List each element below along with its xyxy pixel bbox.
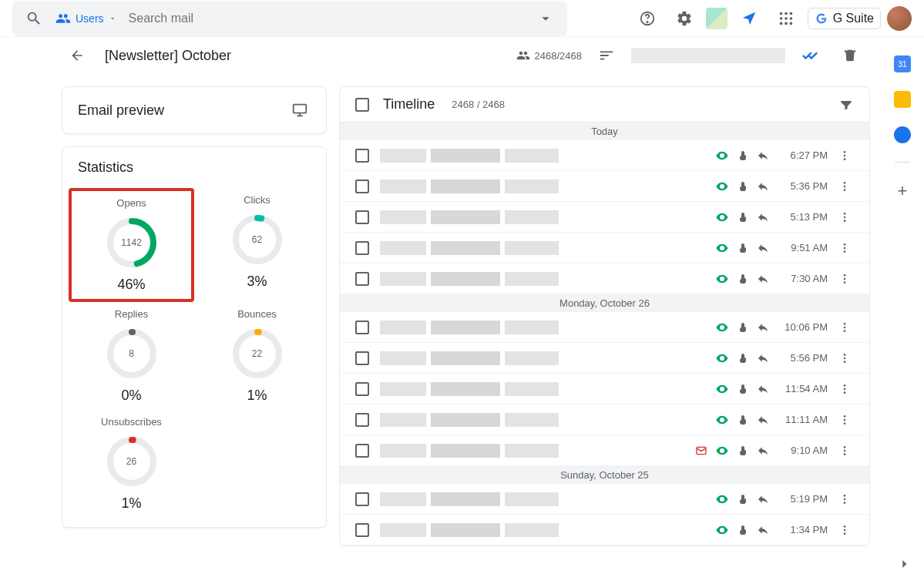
timeline-row[interactable]: 10:06 PM xyxy=(340,312,869,343)
timeline-row[interactable]: 9:10 AM xyxy=(340,435,869,466)
row-more-menu[interactable] xyxy=(838,180,854,193)
timeline-row[interactable]: 1:34 PM xyxy=(340,515,869,545)
row-checkbox[interactable] xyxy=(355,444,369,458)
stat-unsubscribes[interactable]: Unsubscribes261% xyxy=(69,410,194,518)
svg-point-51 xyxy=(844,449,846,451)
stat-percent: 3% xyxy=(247,274,267,290)
row-more-menu[interactable] xyxy=(838,211,854,223)
add-addon-button[interactable]: + xyxy=(898,181,908,201)
monitor-icon[interactable] xyxy=(289,99,311,121)
row-checkbox[interactable] xyxy=(355,272,369,286)
row-checkbox[interactable] xyxy=(355,492,369,506)
row-more-menu[interactable] xyxy=(838,149,854,162)
row-time: 5:13 PM xyxy=(780,211,828,223)
timeline-row[interactable]: 9:51 AM xyxy=(340,233,869,263)
send-app-icon[interactable] xyxy=(734,3,764,34)
svg-point-4 xyxy=(789,12,792,15)
row-more-menu[interactable] xyxy=(838,524,854,536)
settings-icon[interactable] xyxy=(669,3,700,34)
row-more-menu[interactable] xyxy=(838,493,854,505)
collapse-sidepanel-button[interactable] xyxy=(896,556,912,572)
row-checkbox[interactable] xyxy=(355,382,369,396)
help-icon[interactable] xyxy=(632,3,663,34)
svg-point-37 xyxy=(844,323,846,325)
redacted-content xyxy=(380,241,704,255)
click-icon xyxy=(737,273,749,285)
reply-icon xyxy=(757,321,769,334)
row-more-menu[interactable] xyxy=(838,273,854,285)
tasks-app-icon[interactable] xyxy=(894,126,911,143)
timeline-row[interactable]: 11:11 AM xyxy=(340,404,869,435)
app-square-icon[interactable] xyxy=(706,8,727,29)
back-button[interactable] xyxy=(62,40,92,71)
sort-icon[interactable] xyxy=(591,40,622,71)
svg-point-1 xyxy=(647,21,647,22)
row-more-menu[interactable] xyxy=(838,242,854,254)
avatar[interactable] xyxy=(887,6,912,31)
stat-bounces[interactable]: Bounces221% xyxy=(194,302,320,410)
search-options-icon[interactable] xyxy=(530,3,561,34)
row-checkbox[interactable] xyxy=(355,180,369,193)
redacted-content xyxy=(380,321,704,334)
row-more-menu[interactable] xyxy=(838,383,854,395)
svg-point-2 xyxy=(779,12,782,15)
row-time: 1:34 PM xyxy=(780,524,828,535)
search-box: Users xyxy=(12,1,567,36)
svg-point-27 xyxy=(844,189,846,191)
delete-button[interactable] xyxy=(835,40,865,71)
filter-icon[interactable] xyxy=(838,97,854,112)
row-checkbox[interactable] xyxy=(355,413,369,427)
click-icon xyxy=(737,414,749,426)
search-icon[interactable] xyxy=(18,3,49,34)
click-icon xyxy=(737,242,749,254)
people-icon xyxy=(55,11,71,26)
apps-grid-icon[interactable] xyxy=(771,3,801,34)
mark-all-done-button[interactable] xyxy=(795,40,825,71)
svg-point-35 xyxy=(844,277,846,280)
users-filter-chip[interactable]: Users xyxy=(49,11,123,26)
timeline-row[interactable]: 5:19 PM xyxy=(340,484,869,515)
svg-point-52 xyxy=(844,453,846,455)
gsuite-badge[interactable]: G Suite xyxy=(808,8,881,29)
calendar-app-icon[interactable]: 31 xyxy=(894,55,911,72)
row-more-menu[interactable] xyxy=(838,414,854,426)
side-separator xyxy=(895,162,910,163)
row-status-icons xyxy=(715,321,769,334)
open-icon xyxy=(715,382,729,396)
row-more-menu[interactable] xyxy=(838,352,854,364)
row-checkbox[interactable] xyxy=(355,241,369,255)
timeline-row[interactable]: 5:13 PM xyxy=(340,202,869,233)
timeline-row[interactable]: 7:30 AM xyxy=(340,263,869,294)
donut-chart: 8 xyxy=(104,326,160,381)
row-checkbox[interactable] xyxy=(355,149,369,163)
row-checkbox[interactable] xyxy=(355,321,369,334)
timeline-row[interactable]: 6:27 PM xyxy=(340,140,869,171)
row-checkbox[interactable] xyxy=(355,210,369,224)
svg-point-8 xyxy=(779,22,782,25)
stat-value: 26 xyxy=(104,434,160,489)
keep-app-icon[interactable] xyxy=(894,91,911,108)
donut-chart: 26 xyxy=(104,434,160,489)
row-status-icons xyxy=(715,523,769,537)
search-input[interactable] xyxy=(123,12,530,25)
reply-icon xyxy=(757,493,769,505)
redacted-content xyxy=(380,180,704,193)
click-icon xyxy=(737,445,749,457)
timeline-row[interactable]: 11:54 AM xyxy=(340,374,869,404)
row-more-menu[interactable] xyxy=(838,321,854,334)
stat-opens[interactable]: Opens114246% xyxy=(69,188,194,302)
timeline-row[interactable]: 5:36 PM xyxy=(340,171,869,202)
row-checkbox[interactable] xyxy=(355,351,369,365)
stat-clicks[interactable]: Clicks623% xyxy=(194,188,320,302)
reply-icon xyxy=(757,149,769,162)
timeline-row[interactable]: 5:56 PM xyxy=(340,343,869,374)
side-panel: 31 + xyxy=(881,46,924,201)
row-checkbox[interactable] xyxy=(355,523,369,537)
svg-point-3 xyxy=(785,12,788,15)
stat-replies[interactable]: Replies80% xyxy=(69,302,194,410)
row-more-menu[interactable] xyxy=(838,445,854,457)
open-icon xyxy=(715,272,729,286)
svg-point-44 xyxy=(844,388,846,390)
redacted-content xyxy=(380,492,704,506)
select-all-checkbox[interactable] xyxy=(355,98,369,112)
